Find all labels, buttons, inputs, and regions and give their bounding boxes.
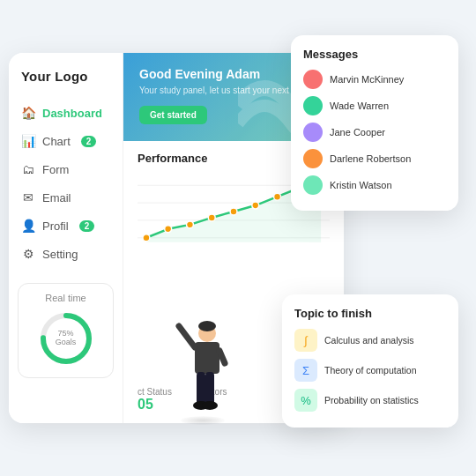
avatar-4 bbox=[303, 175, 323, 195]
svg-point-23 bbox=[202, 401, 218, 410]
sidebar-item-email[interactable]: ✉ Email bbox=[9, 184, 123, 211]
home-icon: 🏠 bbox=[21, 106, 35, 120]
stat-label-0: ct Status bbox=[138, 387, 172, 397]
message-item-2[interactable]: Jane Cooper bbox=[303, 123, 446, 142]
donut-sub: Goals bbox=[56, 338, 77, 347]
topic-card: Topic to finish ∫ Calculus and analysis … bbox=[282, 294, 458, 428]
message-name-1: Wade Warren bbox=[330, 100, 389, 111]
sidebar-item-dashboard[interactable]: 🏠 Dashboard bbox=[9, 100, 123, 126]
sidebar-item-chart[interactable]: 📊 Chart 2 bbox=[9, 128, 123, 154]
message-item-3[interactable]: Darlene Robertson bbox=[303, 149, 446, 168]
svg-point-8 bbox=[186, 221, 193, 228]
message-name-2: Jane Cooper bbox=[330, 127, 385, 138]
avatar-3 bbox=[303, 149, 323, 168]
svg-line-19 bbox=[219, 351, 225, 363]
topic-icon-1: Σ bbox=[294, 359, 317, 382]
messages-card: Messages Marvin McKinney Wade Warren Jan… bbox=[291, 35, 458, 211]
topic-icon-2: % bbox=[294, 389, 317, 412]
svg-point-7 bbox=[165, 226, 172, 233]
sidebar-nav: 🏠 Dashboard 📊 Chart 2 🗂 Form ✉ Email 👤 bbox=[9, 100, 123, 267]
chart-badge: 2 bbox=[81, 136, 97, 147]
message-item-0[interactable]: Marvin McKinney bbox=[303, 70, 446, 89]
svg-rect-20 bbox=[197, 372, 205, 405]
topic-item-0[interactable]: ∫ Calculus and analysis bbox=[294, 329, 446, 352]
realtime-title: Real time bbox=[27, 293, 104, 303]
sidebar: Your Logo 🏠 Dashboard 📊 Chart 2 🗂 Form ✉… bbox=[9, 53, 123, 423]
sidebar-label-form: Form bbox=[42, 163, 69, 176]
svg-point-11 bbox=[252, 202, 259, 209]
logo: Your Logo bbox=[9, 69, 100, 100]
sidebar-label-dashboard: Dashboard bbox=[42, 107, 102, 120]
avatar-2 bbox=[303, 123, 323, 142]
profil-icon: 👤 bbox=[21, 219, 35, 233]
profil-badge: 2 bbox=[79, 220, 95, 232]
avatar-0 bbox=[303, 70, 323, 89]
realtime-widget: Real time 75% Goals bbox=[18, 283, 114, 378]
chart-icon: 📊 bbox=[21, 134, 35, 148]
email-icon: ✉ bbox=[21, 190, 35, 205]
get-started-button[interactable]: Get started bbox=[139, 106, 207, 124]
sidebar-label-email: Email bbox=[42, 191, 71, 205]
svg-rect-21 bbox=[205, 372, 214, 405]
topic-label-0: Calculus and analysis bbox=[324, 335, 414, 346]
topic-label-2: Probability on statistics bbox=[324, 395, 419, 405]
topic-item-2[interactable]: % Probability on statistics bbox=[294, 389, 446, 412]
sidebar-item-form[interactable]: 🗂 Form bbox=[9, 156, 123, 182]
messages-title: Messages bbox=[303, 48, 446, 61]
svg-point-10 bbox=[230, 208, 237, 215]
form-icon: 🗂 bbox=[21, 162, 35, 176]
message-item-1[interactable]: Wade Warren bbox=[303, 96, 446, 115]
message-name-3: Darlene Robertson bbox=[330, 153, 411, 164]
svg-point-12 bbox=[274, 193, 281, 200]
setting-icon: ⚙ bbox=[21, 247, 35, 261]
sidebar-item-profil[interactable]: 👤 Profil 2 bbox=[9, 212, 123, 239]
message-name-0: Marvin McKinney bbox=[330, 74, 404, 85]
svg-point-16 bbox=[198, 321, 216, 331]
sidebar-label-profil: Profil bbox=[42, 219, 69, 233]
donut-chart: 75% Goals bbox=[38, 310, 94, 367]
message-item-4[interactable]: Kristin Watson bbox=[303, 175, 446, 195]
svg-point-9 bbox=[208, 214, 215, 221]
donut-label: 75% Goals bbox=[56, 330, 77, 347]
sidebar-label-chart: Chart bbox=[42, 135, 71, 148]
svg-rect-17 bbox=[195, 342, 219, 374]
stat-item-0: ct Status 05 bbox=[138, 387, 172, 413]
sidebar-label-setting: Setting bbox=[42, 248, 78, 261]
topic-item-1[interactable]: Σ Theory of computation bbox=[294, 359, 446, 382]
avatar-1 bbox=[303, 96, 323, 115]
message-name-4: Kristin Watson bbox=[330, 180, 392, 190]
topic-label-1: Theory of computation bbox=[324, 365, 416, 376]
topic-icon-0: ∫ bbox=[294, 329, 317, 352]
svg-point-6 bbox=[143, 234, 150, 242]
svg-line-18 bbox=[179, 326, 195, 347]
person-figure bbox=[172, 317, 234, 423]
sidebar-item-setting[interactable]: ⚙ Setting bbox=[9, 241, 123, 267]
stat-value-0: 05 bbox=[138, 397, 172, 413]
topic-title: Topic to finish bbox=[294, 307, 446, 320]
